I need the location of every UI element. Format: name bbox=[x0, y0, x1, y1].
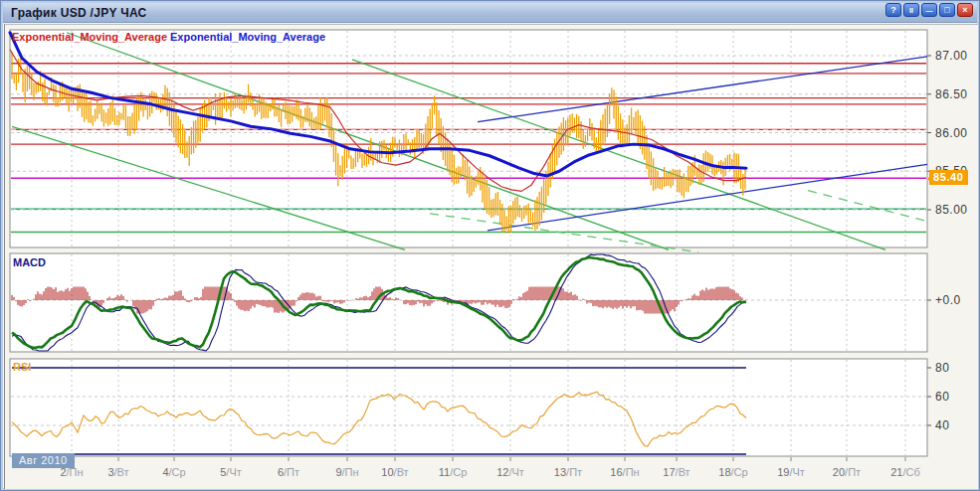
date-tick-label: 17/Вт bbox=[663, 466, 689, 478]
date-tick-label: 2/Пн bbox=[60, 466, 83, 478]
rollup-icon: II bbox=[909, 7, 913, 14]
date-tick-label: 6/Пт bbox=[278, 466, 299, 478]
date-tick-label: 16/Пн bbox=[610, 466, 639, 478]
window-controls: ? II — □ × bbox=[885, 3, 973, 17]
macd-tick-label: +0.0 bbox=[935, 293, 961, 307]
chart-window: График USD /JPY ЧАС ? II — □ × 87.0086.5… bbox=[0, 0, 980, 491]
date-tick-label: 18/Ср bbox=[718, 466, 747, 478]
rsi-tick-label: 40 bbox=[935, 418, 949, 432]
date-tick-label: 9/Пн bbox=[335, 466, 358, 478]
minimize-button[interactable]: — bbox=[921, 3, 937, 17]
minimize-icon: — bbox=[926, 7, 933, 14]
chart-canvas[interactable]: 87.0086.5086.0085.5085.00+0.08060402/Пн3… bbox=[5, 25, 979, 490]
price-tick-label: 86.50 bbox=[935, 87, 968, 101]
price-tick-label: 85.00 bbox=[935, 203, 968, 217]
rsi-tick-label: 60 bbox=[935, 390, 949, 404]
maximize-button[interactable]: □ bbox=[939, 3, 955, 17]
date-tick-label: 12/Чт bbox=[496, 466, 524, 478]
rollup-button[interactable]: II bbox=[903, 3, 919, 17]
date-tick-label: 4/Ср bbox=[162, 466, 185, 478]
date-tick-label: 5/Чт bbox=[220, 466, 242, 478]
date-tick-label: 3/Вт bbox=[107, 466, 128, 478]
price-tick-label: 86.00 bbox=[935, 126, 968, 140]
date-tick-label: 20/Пт bbox=[833, 466, 861, 478]
date-tick-label: 11/Ср bbox=[439, 466, 468, 478]
titlebar[interactable]: График USD /JPY ЧАС bbox=[3, 3, 977, 23]
rsi-panel bbox=[10, 359, 927, 456]
date-axis: 2/Пн3/Вт4/Ср5/Чт6/Пт9/Пн10/Вт11/Ср12/Чт1… bbox=[60, 457, 919, 478]
date-tick-label: 19/Чт bbox=[777, 466, 805, 478]
price-tick-label: 87.00 bbox=[935, 49, 968, 63]
main-price-panel bbox=[10, 30, 927, 247]
date-tick-label: 10/Вт bbox=[381, 466, 408, 478]
window-title: График USD /JPY ЧАС bbox=[11, 6, 147, 20]
date-tick-label: 21/Сб bbox=[890, 466, 920, 478]
right-axis: 87.0086.5086.0085.5085.00+0.0806040 bbox=[927, 49, 968, 432]
date-tick-label: 13/Пт bbox=[554, 466, 582, 478]
rsi-tick-label: 80 bbox=[935, 361, 949, 375]
chart-client-area: 87.0086.5086.0085.5085.00+0.08060402/Пн3… bbox=[4, 24, 978, 489]
current-price-marker: 85.40 bbox=[929, 170, 968, 185]
help-icon: ? bbox=[890, 6, 896, 15]
help-button[interactable]: ? bbox=[885, 3, 901, 17]
close-button[interactable]: × bbox=[957, 3, 973, 17]
close-icon: × bbox=[962, 6, 967, 15]
maximize-icon: □ bbox=[944, 6, 949, 15]
